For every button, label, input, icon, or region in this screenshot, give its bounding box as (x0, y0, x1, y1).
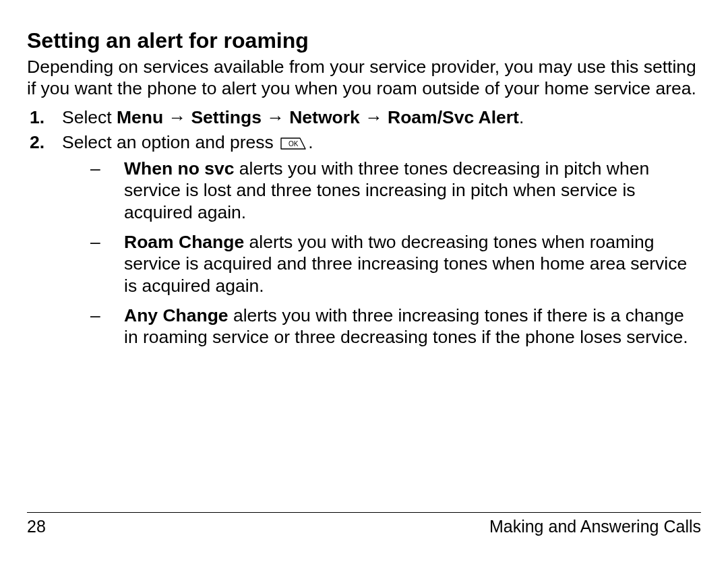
arrow-icon: → (360, 107, 388, 127)
chapter-title: Making and Answering Calls (489, 517, 701, 536)
options-sublist: When no svc alerts you with three tones … (62, 158, 701, 348)
network-label: Network (289, 107, 360, 127)
intro-paragraph: Depending on services available from you… (27, 56, 701, 100)
option-any-change: Any Change alerts you with three increas… (90, 305, 701, 348)
menu-label: Menu (117, 107, 163, 127)
option-label: Any Change (124, 305, 229, 325)
period: . (519, 107, 524, 127)
arrow-icon: → (163, 107, 191, 127)
step1-prefix: Select (62, 107, 117, 127)
page-number: 28 (27, 517, 46, 536)
roam-label: Roam/Svc Alert (388, 107, 519, 127)
option-when-no-svc: When no svc alerts you with three tones … (90, 158, 701, 223)
ok-key-icon: OK (280, 137, 307, 150)
settings-label: Settings (191, 107, 262, 127)
ok-text: OK (289, 140, 299, 148)
step-2: Select an option and press OK . When no … (27, 131, 701, 348)
step2-prefix: Select an option and press (62, 132, 278, 152)
steps-list: Select Menu → Settings → Network → Roam/… (27, 106, 701, 348)
section-heading: Setting an alert for roaming (27, 28, 701, 53)
manual-page: Setting an alert for roaming Depending o… (0, 0, 728, 562)
option-roam-change: Roam Change alerts you with two decreasi… (90, 231, 701, 296)
option-label: Roam Change (124, 232, 244, 252)
step2-suffix: . (308, 132, 313, 152)
step-1: Select Menu → Settings → Network → Roam/… (27, 106, 701, 129)
option-label: When no svc (124, 158, 234, 179)
page-footer: 28 Making and Answering Calls (27, 512, 701, 536)
arrow-icon: → (262, 107, 289, 127)
